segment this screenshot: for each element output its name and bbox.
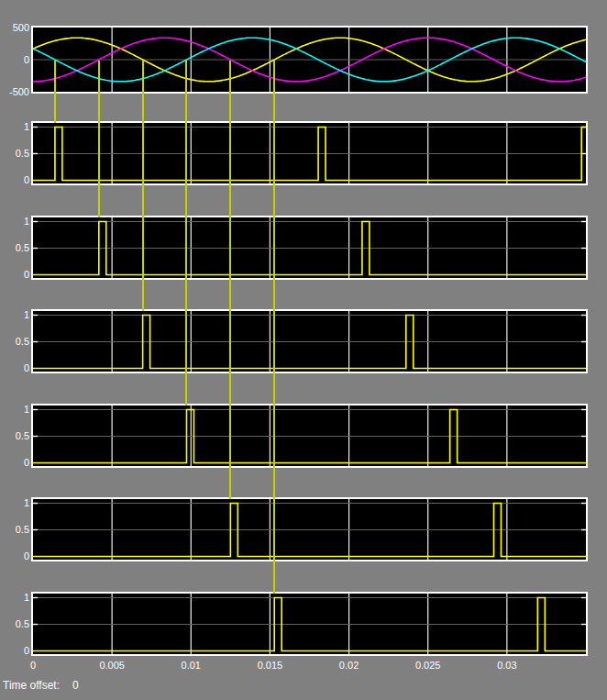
ytick-label: 0 bbox=[1, 54, 29, 66]
scope-axes-pulse-2[interactable] bbox=[31, 216, 588, 280]
pulse6-waveform-canvas bbox=[33, 594, 586, 654]
ytick-label: 1 bbox=[1, 121, 29, 133]
ytick-label: 500 bbox=[1, 22, 29, 34]
ytick-label: 1 bbox=[1, 404, 29, 416]
scope-axes-pulse-4[interactable] bbox=[31, 404, 588, 468]
ytick-label: -500 bbox=[1, 86, 29, 98]
ytick-label: 0.5 bbox=[1, 524, 29, 536]
xtick-label: 0.025 bbox=[403, 660, 454, 672]
sync-connector-line bbox=[229, 61, 231, 499]
scope-axes-voltages[interactable] bbox=[31, 26, 588, 94]
xtick-label: 0 bbox=[7, 660, 59, 672]
pulse5-waveform-canvas bbox=[33, 499, 586, 560]
ytick-label: 0.5 bbox=[1, 148, 29, 160]
ytick-label: 0 bbox=[1, 550, 29, 562]
scope-axes-pulse-1[interactable] bbox=[31, 121, 588, 185]
pulse2-waveform-canvas bbox=[33, 217, 586, 278]
ytick-label: 0 bbox=[1, 174, 29, 186]
scope-axes-pulse-5[interactable] bbox=[31, 497, 588, 561]
scope-axes-pulse-3[interactable] bbox=[31, 309, 588, 373]
ytick-label: 1 bbox=[1, 497, 29, 509]
ytick-label: 1 bbox=[1, 592, 29, 604]
sync-connector-line bbox=[98, 61, 100, 217]
sync-connector-line bbox=[185, 61, 187, 406]
sync-connector-line bbox=[54, 61, 56, 123]
ytick-label: 0 bbox=[1, 362, 29, 374]
pulse4-waveform-canvas bbox=[33, 406, 586, 466]
ytick-label: 0 bbox=[1, 269, 29, 281]
time-offset-bar: Time offset:0 bbox=[3, 679, 79, 692]
time-offset-value: 0 bbox=[72, 679, 79, 692]
ytick-label: 1 bbox=[1, 309, 29, 321]
ytick-label: 1 bbox=[1, 216, 29, 228]
pulse3-waveform-canvas bbox=[33, 311, 586, 372]
xtick-label: 0.005 bbox=[86, 660, 138, 672]
ytick-label: 0.5 bbox=[1, 242, 29, 254]
ytick-label: 0.5 bbox=[1, 336, 29, 348]
sync-connector-line bbox=[142, 61, 144, 311]
ytick-label: 0.5 bbox=[1, 430, 29, 442]
voltage-waveforms-canvas bbox=[33, 28, 586, 92]
xtick-label: 0.02 bbox=[324, 660, 375, 672]
sync-connector-line bbox=[273, 61, 275, 594]
xtick-label: 0.01 bbox=[165, 660, 216, 672]
ytick-label: 0 bbox=[1, 457, 29, 469]
ytick-label: 0 bbox=[1, 645, 29, 657]
ytick-label: 0.5 bbox=[1, 618, 29, 630]
scope-window: Time offset:0 5000-50010.5010.5010.5010.… bbox=[0, 0, 607, 700]
xtick-label: 0.015 bbox=[244, 660, 295, 672]
xtick-label: 0.03 bbox=[481, 660, 533, 672]
pulse1-waveform-canvas bbox=[33, 123, 586, 183]
time-offset-label: Time offset: bbox=[3, 679, 60, 692]
scope-axes-pulse-6[interactable] bbox=[31, 592, 588, 656]
